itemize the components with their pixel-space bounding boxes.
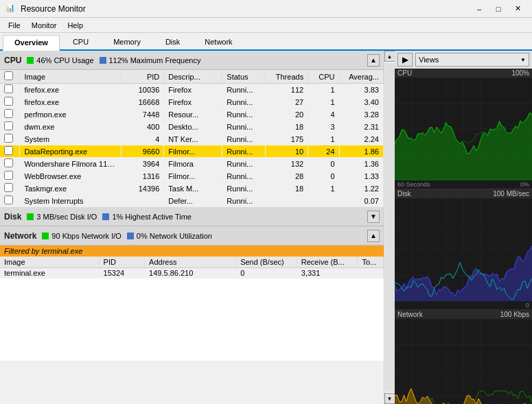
disk-io-text: 3 MB/sec Disk I/O <box>36 213 97 221</box>
scroll-down-button[interactable]: ▼ <box>384 393 395 404</box>
left-area: CPU 46% CPU Usage 112% Maximum Frequency… <box>0 51 384 404</box>
cpu-row-check[interactable] <box>0 182 20 195</box>
network-chart-header: Network 100 Kbps <box>395 310 532 319</box>
cpu-row-check[interactable] <box>0 84 20 96</box>
cpu-row-check[interactable] <box>0 133 20 145</box>
table-row[interactable]: DataReporting.exe 9660 Filmor... Runni..… <box>0 145 384 158</box>
scroll-up-button[interactable]: ▲ <box>384 51 395 62</box>
cpu-row-check[interactable] <box>0 170 20 182</box>
table-row[interactable]: terminal.exe 15324 149.5.86.210 0 3,331 <box>0 268 384 278</box>
cpu-collapse-button[interactable]: ▲ <box>367 54 380 67</box>
views-dropdown[interactable]: Views ▼ <box>415 53 529 67</box>
cpu-select-all[interactable] <box>4 71 13 80</box>
cpu-col-check[interactable] <box>0 70 20 84</box>
net-col-total[interactable]: To... <box>358 257 384 268</box>
disk-section-header[interactable]: Disk 3 MB/sec Disk I/O 1% Highest Active… <box>0 207 384 226</box>
close-button[interactable]: ✕ <box>509 2 527 16</box>
network-collapse-button[interactable]: ▲ <box>367 230 380 242</box>
main-container: CPU 46% CPU Usage 112% Maximum Frequency… <box>0 51 532 404</box>
tab-cpu[interactable]: CPU <box>61 34 100 49</box>
cpu-row-avg: 2.24 <box>339 133 383 145</box>
tab-disk[interactable]: Disk <box>154 34 192 49</box>
left-content: CPU 46% CPU Usage 112% Maximum Frequency… <box>0 51 384 404</box>
bottom-spacer <box>0 278 384 361</box>
table-row[interactable]: Wondershare Filmora 11.exe 3964 Filmora … <box>0 158 384 170</box>
cpu-row-image: perfmon.exe <box>20 108 121 121</box>
net-col-send[interactable]: Send (B/sec) <box>236 257 297 268</box>
table-row[interactable]: dwm.exe 400 Deskto... Runni... 18 3 2.31 <box>0 121 384 133</box>
cpu-col-cpu[interactable]: CPU <box>308 70 339 84</box>
cpu-row-desc: Task M... <box>164 182 222 195</box>
vertical-scrollbar[interactable]: ▲ ▼ <box>384 51 395 404</box>
cpu-row-pid: 4 <box>121 133 163 145</box>
cpu-chart-value: 100% <box>511 69 529 77</box>
scroll-thumb[interactable] <box>385 63 395 392</box>
cpu-col-status[interactable]: Status <box>222 70 265 84</box>
cpu-row-check[interactable] <box>0 145 20 158</box>
cpu-row-check[interactable] <box>0 158 20 170</box>
table-row[interactable]: System 4 NT Ker... Runni... 175 1 2.24 <box>0 133 384 145</box>
cpu-row-pid: 16668 <box>121 96 163 108</box>
cpu-row-image: dwm.exe <box>20 121 121 133</box>
cpu-row-cpu: 24 <box>308 145 339 158</box>
tab-memory[interactable]: Memory <box>102 34 152 49</box>
tab-overview[interactable]: Overview <box>3 35 60 51</box>
net-row-receive: 3,331 <box>297 268 358 278</box>
network-util-text: 0% Network Utilization <box>137 232 212 240</box>
cpu-row-desc: NT Ker... <box>164 133 222 145</box>
cpu-row-avg: 3.28 <box>339 108 383 121</box>
cpu-row-avg: 1.86 <box>339 145 383 158</box>
cpu-col-avg[interactable]: Averag... <box>339 70 383 84</box>
network-chart-area <box>395 319 532 404</box>
disk-chart-value: 100 MB/sec <box>493 190 529 198</box>
cpu-row-cpu: 1 <box>308 84 339 96</box>
menu-file[interactable]: File <box>3 20 26 31</box>
table-row[interactable]: firefox.exe 10036 Firefox Runni... 112 1… <box>0 84 384 96</box>
cpu-chart-time: 60 Seconds <box>397 181 430 188</box>
cpu-row-check[interactable] <box>0 121 20 133</box>
cpu-row-avg: 1.33 <box>339 170 383 182</box>
cpu-row-check[interactable] <box>0 108 20 121</box>
disk-collapse-button[interactable]: ▼ <box>367 211 380 223</box>
right-expand-button[interactable]: ▶ <box>397 53 413 67</box>
table-row[interactable]: System Interrupts Defer... Runni... 0.07 <box>0 195 384 207</box>
table-row[interactable]: Taskmgr.exe 14396 Task M... Runni... 18 … <box>0 182 384 195</box>
cpu-row-check[interactable] <box>0 195 20 207</box>
cpu-row-pid: 9660 <box>121 145 163 158</box>
net-col-receive[interactable]: Receive (B... <box>297 257 358 268</box>
cpu-row-status: Runni... <box>222 84 265 96</box>
disk-chart-area <box>395 198 532 301</box>
menu-help[interactable]: Help <box>62 20 89 31</box>
table-row[interactable]: perfmon.exe 7448 Resour... Runni... 20 4… <box>0 108 384 121</box>
cpu-row-check[interactable] <box>0 96 20 108</box>
network-section-header[interactable]: Network 90 Kbps Network I/O 0% Network U… <box>0 226 384 246</box>
cpu-col-desc[interactable]: Descrip... <box>164 70 222 84</box>
cpu-col-threads[interactable]: Threads <box>265 70 308 84</box>
cpu-col-pid[interactable]: PID <box>121 70 163 84</box>
cpu-row-pid <box>121 195 163 207</box>
menu-monitor[interactable]: Monitor <box>26 20 62 31</box>
cpu-badge2: 112% Maximum Frequency <box>100 56 201 64</box>
cpu-section-header[interactable]: CPU 46% CPU Usage 112% Maximum Frequency… <box>0 51 384 70</box>
net-col-address[interactable]: Address <box>145 257 236 268</box>
cpu-row-desc: Filmor... <box>164 145 222 158</box>
network-title: Network <box>4 231 36 241</box>
cpu-row-status: Runni... <box>222 195 265 207</box>
views-label: Views <box>419 56 439 64</box>
table-row[interactable]: firefox.exe 16668 Firefox Runni... 27 1 … <box>0 96 384 108</box>
net-row-total <box>358 268 384 278</box>
cpu-row-status: Runni... <box>222 133 265 145</box>
table-row[interactable]: WebBrowser.exe 1316 Filmor... Runni... 2… <box>0 170 384 182</box>
cpu-chart-label: CPU <box>397 69 412 77</box>
tab-network[interactable]: Network <box>193 34 244 49</box>
net-col-image[interactable]: Image <box>0 257 99 268</box>
titlebar: 📊 Resource Monitor – □ ✕ <box>0 0 532 18</box>
cpu-row-cpu: 1 <box>308 96 339 108</box>
cpu-col-image[interactable]: Image <box>20 70 121 84</box>
cpu-row-status: Runni... <box>222 145 265 158</box>
minimize-button[interactable]: – <box>470 2 488 16</box>
maximize-button[interactable]: □ <box>489 2 507 16</box>
cpu-row-status: Runni... <box>222 182 265 195</box>
net-col-pid[interactable]: PID <box>99 257 145 268</box>
app-icon: 📊 <box>5 3 16 14</box>
